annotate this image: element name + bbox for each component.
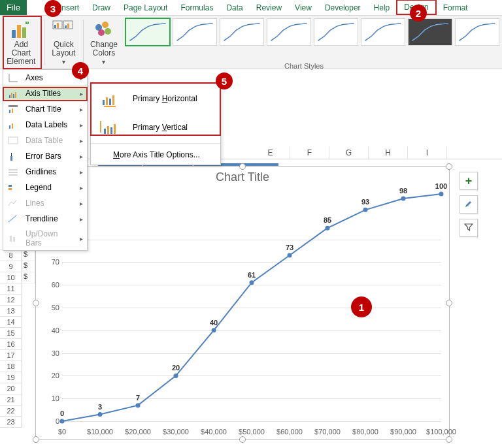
svg-rect-18 bbox=[15, 92, 16, 98]
row-header[interactable]: 9 bbox=[0, 261, 22, 272]
y-axis-tick: 30 bbox=[41, 349, 59, 357]
svg-rect-29 bbox=[10, 236, 12, 242]
submenu-more-axis-title-options[interactable]: More Axis Title Options... bbox=[91, 145, 220, 165]
menu-trendline[interactable]: Trendline▸ bbox=[3, 211, 87, 227]
row-header[interactable]: 21 bbox=[0, 394, 22, 406]
chart-side-tools: + bbox=[460, 172, 478, 237]
chart-style-3[interactable] bbox=[220, 18, 264, 46]
row-header[interactable]: 17 bbox=[0, 350, 22, 361]
row-header[interactable]: 23 bbox=[0, 417, 22, 428]
menu-legend[interactable]: Legend▸ bbox=[3, 180, 87, 195]
row-header[interactable]: 16 bbox=[0, 339, 22, 350]
row-header[interactable]: 13 bbox=[0, 306, 22, 317]
tab-file[interactable]: File bbox=[0, 0, 27, 15]
row-header[interactable]: 15 bbox=[0, 328, 22, 339]
row-header[interactable]: 12 bbox=[0, 295, 22, 306]
menu-gridlines[interactable]: Gridlines▸ bbox=[3, 164, 87, 180]
svg-point-46 bbox=[250, 280, 254, 285]
x-axis-tick: $50,000 bbox=[239, 428, 265, 436]
svg-rect-24 bbox=[8, 137, 18, 144]
tab-page-layout[interactable]: Page Layout bbox=[117, 0, 174, 15]
x-axis-tick: $40,000 bbox=[201, 428, 227, 436]
chart-styles-gallery[interactable] bbox=[123, 16, 502, 46]
change-colors-button[interactable]: Change Colors bbox=[89, 18, 119, 68]
menu-chart-title[interactable]: Chart Title▸ bbox=[3, 101, 87, 117]
svg-point-48 bbox=[326, 226, 330, 231]
row-header[interactable]: 11 bbox=[0, 283, 22, 295]
tab-design[interactable]: Design bbox=[396, 0, 436, 15]
tab-view[interactable]: View bbox=[288, 0, 318, 15]
filter-icon bbox=[464, 223, 473, 234]
menu-data-table: Data Table▸ bbox=[3, 133, 87, 148]
menu-axes[interactable]: Axes▸ bbox=[3, 70, 87, 86]
svg-rect-40 bbox=[114, 124, 116, 134]
menu-trendline-label: Trendline bbox=[25, 214, 73, 223]
chart-style-6[interactable] bbox=[361, 18, 405, 46]
legend-icon bbox=[7, 182, 19, 193]
row-headers: 7 8 9 10 11 12 13 14 15 16 17 18 19 20 2… bbox=[0, 239, 22, 428]
x-axis-tick: $0 bbox=[58, 428, 66, 436]
tab-review[interactable]: Review bbox=[250, 0, 288, 15]
row-header[interactable]: 18 bbox=[0, 361, 22, 372]
submenu-primary-vertical[interactable]: Primary Vertical bbox=[91, 113, 220, 142]
chart-object[interactable]: Chart Title 01020304050607080$0$10,000$2… bbox=[35, 166, 450, 440]
chart-style-5[interactable] bbox=[314, 18, 358, 46]
x-axis-tick: $10,000 bbox=[87, 428, 113, 436]
x-axis-tick: $80,000 bbox=[352, 428, 378, 436]
y-axis-tick: 60 bbox=[41, 281, 59, 289]
cell[interactable]: $ bbox=[22, 261, 35, 272]
tab-formulas[interactable]: Formulas bbox=[174, 0, 220, 15]
submenu-primary-horizontal[interactable]: Primary Horizontal bbox=[91, 84, 220, 113]
svg-rect-21 bbox=[12, 108, 13, 113]
row-header[interactable]: 14 bbox=[0, 317, 22, 328]
cell[interactable]: $ bbox=[22, 272, 35, 283]
svg-point-14 bbox=[98, 29, 105, 36]
chart-styles-button[interactable] bbox=[460, 195, 478, 214]
menu-chart-title-label: Chart Title bbox=[25, 104, 73, 114]
tab-developer[interactable]: Developer bbox=[318, 0, 367, 15]
add-chart-element-button[interactable]: + Add Chart Element bbox=[4, 18, 39, 76]
svg-rect-2 bbox=[22, 27, 26, 38]
tab-draw[interactable]: Draw bbox=[86, 0, 117, 15]
col-header[interactable]: H bbox=[369, 146, 408, 159]
chart-style-4[interactable] bbox=[267, 18, 311, 46]
menu-error-bars[interactable]: Error Bars▸ bbox=[3, 148, 87, 164]
col-header[interactable]: E bbox=[251, 146, 290, 159]
tab-insert[interactable]: Insert bbox=[53, 0, 86, 15]
quick-layout-button[interactable]: Quick Layout bbox=[50, 18, 78, 68]
menu-lines-label: Lines bbox=[25, 199, 73, 208]
chart-style-1[interactable] bbox=[126, 18, 170, 46]
tab-data[interactable]: Data bbox=[220, 0, 249, 15]
chart-style-8[interactable] bbox=[455, 18, 499, 46]
chart-style-2[interactable] bbox=[173, 18, 217, 46]
row-header[interactable]: 20 bbox=[0, 383, 22, 394]
row-header[interactable]: 22 bbox=[0, 406, 22, 417]
svg-rect-0 bbox=[12, 30, 16, 38]
row-header[interactable]: 19 bbox=[0, 372, 22, 383]
chart-elements-button[interactable]: + bbox=[460, 172, 478, 190]
chart-filter-button[interactable] bbox=[460, 219, 478, 237]
menu-legend-label: Legend bbox=[25, 183, 73, 192]
menu-axis-titles[interactable]: Axis Titles▸ bbox=[3, 86, 87, 101]
col-header[interactable]: G bbox=[329, 146, 369, 159]
tab-format[interactable]: Format bbox=[437, 0, 475, 15]
svg-rect-39 bbox=[110, 127, 112, 134]
x-axis-tick: $60,000 bbox=[276, 428, 303, 436]
primary-vertical-icon bbox=[99, 118, 125, 136]
plot-area[interactable]: 01020304050607080$0$10,000$20,000$30,000… bbox=[62, 194, 441, 421]
svg-rect-19 bbox=[8, 105, 18, 107]
menu-axis-titles-label: Axis Titles bbox=[25, 89, 73, 98]
cell[interactable]: $ bbox=[22, 250, 35, 261]
svg-rect-38 bbox=[107, 126, 109, 134]
chart-style-7[interactable] bbox=[408, 18, 452, 46]
row-header[interactable]: 8 bbox=[0, 250, 22, 261]
col-header[interactable]: F bbox=[290, 146, 329, 159]
svg-point-49 bbox=[363, 208, 368, 212]
row-header[interactable]: 10 bbox=[0, 272, 22, 283]
menu-data-labels-label: Data Labels bbox=[25, 120, 73, 129]
chart-title-icon bbox=[7, 104, 19, 114]
updown-icon bbox=[7, 233, 19, 244]
tab-help[interactable]: Help bbox=[367, 0, 397, 15]
menu-data-labels[interactable]: Data Labels▸ bbox=[3, 117, 87, 133]
col-header[interactable]: I bbox=[408, 146, 447, 159]
